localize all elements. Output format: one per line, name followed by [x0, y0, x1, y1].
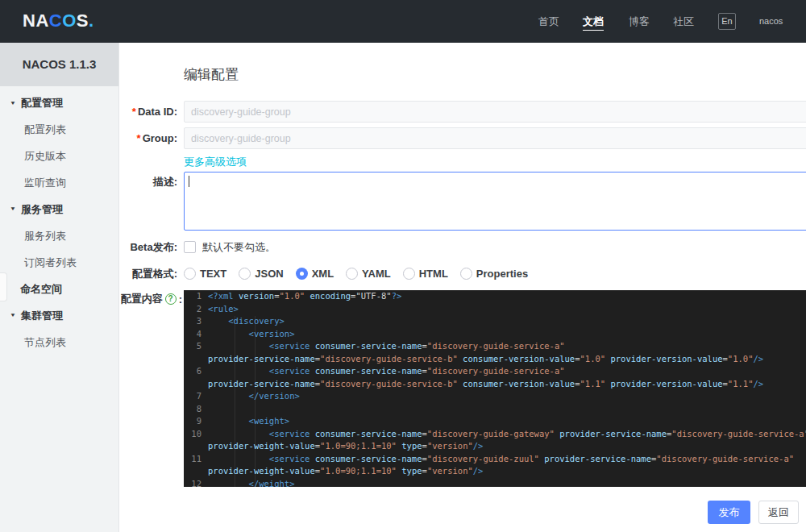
code-line: 6 <service consumer-service-name="discov…: [184, 365, 806, 378]
beta-label: Beta发布:: [119, 241, 177, 254]
nav-item-community[interactable]: 社区: [673, 0, 694, 43]
sidebar-collapse-handle[interactable]: [0, 272, 7, 301]
sidebar-item-subscriber-list[interactable]: 订阅者列表: [0, 249, 118, 276]
sidebar-item-config-management[interactable]: ▼ 配置管理: [0, 89, 118, 116]
nav-item-blog[interactable]: 博客: [629, 0, 650, 43]
radio-circle: [403, 268, 415, 280]
config-format-label: 配置格式:: [119, 268, 177, 281]
sidebar-menu: ▼ 配置管理 配置列表 历史版本 监听查询 ▼ 服务管理 服务列表 订阅者列表: [0, 86, 118, 355]
data-id-label: *Data ID:: [119, 101, 177, 123]
required-marker: *: [132, 106, 136, 118]
line-number: [184, 378, 208, 391]
sidebar-item-cluster-management[interactable]: ▼ 集群管理: [0, 302, 118, 329]
sidebar-item-namespace[interactable]: 命名空间: [0, 276, 118, 302]
username[interactable]: nacos: [759, 16, 783, 26]
sidebar-item-label: 服务列表: [24, 229, 66, 243]
sidebar-item-service-management[interactable]: ▼ 服务管理: [0, 196, 118, 222]
format-radio-html[interactable]: HTML: [403, 268, 448, 280]
line-number: 6: [184, 365, 208, 378]
sidebar-item-listening-query[interactable]: 监听查询: [0, 169, 118, 196]
sidebar-item-label: 配置列表: [24, 123, 66, 137]
code-line: 2<rule>: [184, 303, 806, 316]
line-number: 3: [184, 315, 208, 328]
group-input[interactable]: [184, 127, 806, 149]
radio-circle: [296, 268, 308, 280]
code-line: 3 <discovery>: [184, 315, 806, 328]
beta-checkbox[interactable]: [184, 241, 196, 253]
sidebar-item-label: 服务管理: [21, 202, 63, 217]
text-cursor: [189, 176, 189, 187]
line-number: [184, 465, 208, 478]
beta-hint: 默认不要勾选。: [202, 241, 276, 254]
sidebar-item-node-list[interactable]: 节点列表: [0, 329, 118, 355]
line-number: 5: [184, 340, 208, 353]
description-label: 描述:: [119, 175, 177, 189]
back-button[interactable]: 返回: [758, 501, 799, 524]
config-format-radios: TEXT JSON XML YAML HTML Properties: [184, 266, 528, 281]
line-number: 7: [184, 390, 208, 403]
code-line: 11 <service consumer-service-name="disco…: [184, 453, 806, 466]
indent-guide: [255, 316, 256, 487]
page-title: 编辑配置: [184, 65, 239, 84]
code-line: 5 <service consumer-service-name="discov…: [184, 340, 806, 353]
sidebar: NACOS 1.1.3 ▼ 配置管理 配置列表 历史版本 监听查询 ▼ 服务管理…: [0, 43, 119, 532]
sidebar-item-label: 历史版本: [24, 149, 66, 164]
caret-down-icon: ▼: [10, 206, 16, 212]
sidebar-item-label: 配置管理: [21, 96, 63, 110]
nacos-logo[interactable]: NACOS.: [23, 10, 94, 31]
line-number: 8: [184, 403, 208, 416]
sidebar-item-label: 节点列表: [24, 335, 66, 350]
nav-item-home[interactable]: 首页: [538, 0, 559, 43]
radio-circle: [184, 268, 196, 280]
line-number: 12: [184, 478, 208, 488]
format-radio-json[interactable]: JSON: [239, 268, 283, 280]
line-number: [184, 440, 208, 453]
format-radio-text[interactable]: TEXT: [184, 268, 226, 280]
radio-circle: [460, 268, 472, 280]
sidebar-version-header: NACOS 1.1.3: [0, 43, 118, 86]
radio-circle: [346, 268, 358, 280]
code-line: 12 </weight>: [184, 478, 806, 488]
code-line: 1<?xml version="1.0" encoding="UTF-8"?>: [184, 290, 806, 303]
required-marker: *: [137, 132, 141, 144]
line-number: 1: [184, 290, 208, 303]
sidebar-item-label: 订阅者列表: [24, 256, 77, 270]
indent-guide: [235, 316, 235, 487]
edit-config-panel: 编辑配置 *Data ID: *Group: 更多高级选项 描述: Beta发布…: [119, 43, 806, 532]
config-content-label: 配置内容 ? :: [119, 292, 182, 306]
logo-text: NA: [23, 10, 49, 31]
line-number: 10: [184, 428, 208, 441]
sidebar-item-config-list[interactable]: 配置列表: [0, 116, 118, 143]
nacos-console: NACOS. 首页 文档 博客 社区 En nacos NACOS 1.1.3 …: [0, 0, 806, 532]
line-number: [184, 353, 208, 366]
line-number: 9: [184, 415, 208, 428]
line-number: 2: [184, 303, 208, 316]
publish-button[interactable]: 发布: [708, 501, 750, 524]
caret-down-icon: ▼: [10, 313, 16, 318]
code-line: 9 <weight>: [184, 415, 806, 428]
code-line: provider-service-name="discovery-guide-s…: [184, 378, 806, 391]
code-line: 4 <version>: [184, 328, 806, 341]
config-content-editor[interactable]: 1<?xml version="1.0" encoding="UTF-8"?>2…: [184, 290, 806, 487]
language-toggle[interactable]: En: [718, 13, 736, 30]
nav-item-docs[interactable]: 文档: [583, 0, 604, 43]
code-line: 8: [184, 403, 806, 416]
code-lines: 1<?xml version="1.0" encoding="UTF-8"?>2…: [184, 290, 806, 487]
code-line: provider-service-name="discovery-guide-s…: [184, 353, 806, 366]
data-id-input[interactable]: [184, 101, 806, 123]
format-radio-properties[interactable]: Properties: [460, 268, 528, 280]
sidebar-item-service-list[interactable]: 服务列表: [0, 222, 118, 249]
line-number: 4: [184, 328, 208, 341]
advanced-options-link[interactable]: 更多高级选项: [184, 155, 247, 169]
sidebar-item-label: 集群管理: [21, 309, 63, 323]
line-number: 11: [184, 453, 208, 466]
description-textarea[interactable]: [184, 172, 806, 231]
help-icon[interactable]: ?: [165, 293, 177, 305]
caret-down-icon: ▼: [10, 100, 16, 106]
sidebar-item-history-versions[interactable]: 历史版本: [0, 143, 118, 169]
radio-circle: [239, 268, 251, 280]
code-line: provider-weight-value="1.0=90;1.1=10" ty…: [184, 465, 806, 478]
format-radio-yaml[interactable]: YAML: [346, 268, 391, 280]
code-line: 10 <service consumer-service-name="disco…: [184, 428, 806, 441]
format-radio-xml[interactable]: XML: [296, 268, 334, 280]
